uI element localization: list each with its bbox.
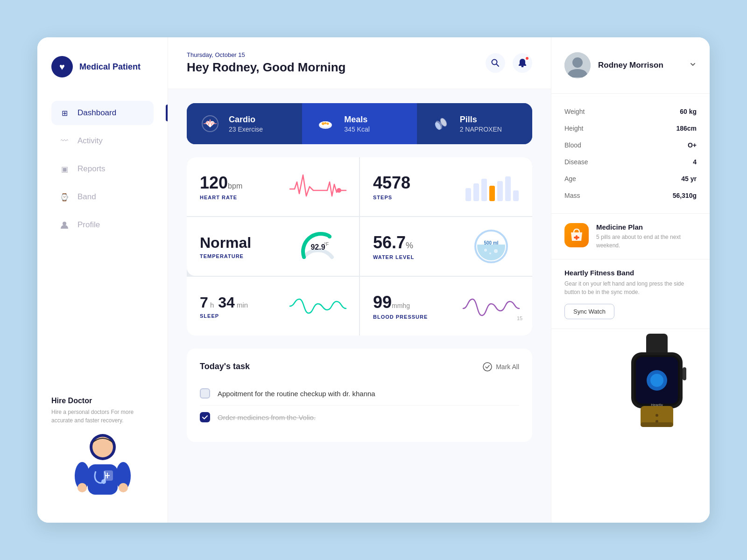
dashboard-icon: ⊞ <box>59 107 70 119</box>
metric-steps: 4578 STEPS <box>360 157 532 216</box>
heart-rate-wave <box>290 170 346 203</box>
metric-value-hr: 120bpm <box>200 173 242 193</box>
search-button[interactable] <box>486 53 505 73</box>
metric-left-bp: 99mmhg BLOOD PRESSURE <box>373 293 428 320</box>
metric-value-sleep: 7 h 34 min <box>200 294 248 311</box>
stat-row-height: Height 186cm <box>564 120 697 137</box>
nav-menu: ⊞ Dashboard 〰 Activity ▣ Reports ⌚ Band … <box>51 101 154 387</box>
stat-row-disease: Disease 4 <box>564 154 697 170</box>
header-greeting: Hey Rodney, Good Morning <box>187 60 345 75</box>
sidebar-item-reports[interactable]: ▣ Reports <box>51 157 154 181</box>
svg-text:92.9: 92.9 <box>310 243 325 251</box>
patient-dropdown[interactable] <box>689 61 697 70</box>
stat-cards: Cardio 23 Exercise <box>187 103 532 144</box>
sidebar-item-activity[interactable]: 〰 Activity <box>51 129 154 153</box>
stat-value-blood: O+ <box>688 141 697 149</box>
metric-temperature: Normal TEMPERATURE 92 <box>187 217 359 276</box>
svg-point-46 <box>572 57 583 68</box>
tasks-title: Today's task <box>200 362 250 371</box>
stat-row-blood: Blood O+ <box>564 137 697 154</box>
svg-point-42 <box>494 249 498 253</box>
notification-badge <box>525 56 529 61</box>
right-panel: Rodney Morrison Weight 60 kg Height 186c… <box>551 37 710 523</box>
pills-icon <box>431 113 451 134</box>
svg-point-25 <box>337 188 341 193</box>
cardio-icon <box>200 113 220 134</box>
fitness-band-title: Heartly Fitness Band <box>564 269 697 277</box>
tasks-card: Today's task Mark All Appoitment for the… <box>187 349 532 442</box>
metric-value-temp: Normal <box>200 234 251 252</box>
svg-point-44 <box>483 363 492 371</box>
metric-label-temp: TEMPERATURE <box>200 253 251 259</box>
stat-card-pills[interactable]: Pills 2 NAPROXEN <box>418 103 532 144</box>
metric-left-sleep: 7 h 34 min SLEEP <box>200 294 248 319</box>
task-checkbox-2[interactable] <box>200 412 210 422</box>
metric-label-steps: STEPS <box>373 195 410 200</box>
nav-label-profile: Profile <box>78 220 100 230</box>
hire-doctor-title: Hire Doctor <box>51 397 154 405</box>
stat-value-age: 45 yr <box>681 175 697 182</box>
stat-card-meals[interactable]: Meals 345 Kcal <box>302 103 416 144</box>
fitness-band-desc: Gear it on your left hand and long press… <box>564 280 697 296</box>
svg-point-8 <box>119 483 128 492</box>
medicine-plan-title: Medicine Plan <box>596 223 697 231</box>
svg-point-20 <box>327 123 329 125</box>
patient-name: Rodney Morrison <box>598 61 663 70</box>
main-content: Thursday, October 15 Hey Rodney, Good Mo… <box>168 37 551 523</box>
sync-watch-button[interactable]: Sync Watch <box>564 304 614 319</box>
tasks-header: Today's task Mark All <box>200 362 519 371</box>
stat-label-blood: Blood <box>564 141 581 149</box>
medicine-plan-section: Medicine Plan 5 pills are about to end a… <box>551 214 710 259</box>
stat-card-cardio[interactable]: Cardio 23 Exercise <box>187 103 301 144</box>
metric-label-water: WATER LEVEL <box>373 254 414 260</box>
sidebar-item-band[interactable]: ⌚ Band <box>51 185 154 209</box>
stat-info-pills: Pills 2 NAPROXEN <box>460 115 502 133</box>
stat-row-age: Age 45 yr <box>564 170 697 187</box>
patient-header: Rodney Morrison <box>551 37 710 94</box>
patient-stats: Weight 60 kg Height 186cm Blood O+ Disea… <box>551 94 710 214</box>
svg-line-13 <box>496 64 499 66</box>
stat-value-weight: 60 kg <box>680 108 697 115</box>
stat-label-height: Height <box>564 125 583 132</box>
metric-blood-pressure: 99mmhg BLOOD PRESSURE 15 <box>360 277 532 336</box>
hire-doctor-section: Hire Doctor Hire a personal doctors For … <box>51 397 154 504</box>
nav-label-reports: Reports <box>78 164 106 174</box>
medicine-plan-icon <box>564 223 589 247</box>
water-circle-visual: 500 ml <box>463 230 519 263</box>
metric-heart-rate: 120bpm HEART RATE <box>187 157 359 216</box>
sidebar-item-profile[interactable]: Profile <box>51 213 154 237</box>
svg-rect-60 <box>641 422 673 427</box>
mark-all-label: Mark All <box>496 363 519 371</box>
header-actions <box>486 53 532 73</box>
notification-button[interactable] <box>513 53 532 73</box>
svg-point-58 <box>655 414 658 417</box>
reports-icon: ▣ <box>59 163 70 175</box>
metric-left-steps: 4578 STEPS <box>373 173 410 200</box>
metric-water: 56.7% WATER LEVEL 500 ml <box>360 217 532 276</box>
stat-value-cardio: 23 Exercise <box>229 126 263 133</box>
medicine-plan-info: Medicine Plan 5 pills are about to end a… <box>596 223 697 250</box>
mark-all-button[interactable]: Mark All <box>483 362 519 371</box>
doctor-illustration <box>51 429 154 504</box>
sidebar-item-dashboard[interactable]: ⊞ Dashboard <box>51 101 154 125</box>
task-checkbox-1[interactable] <box>200 388 210 399</box>
svg-text:15: 15 <box>517 315 522 321</box>
metric-value-steps: 4578 <box>373 173 410 193</box>
svg-point-54 <box>650 374 663 387</box>
stat-row-mass: Mass 56,310g <box>564 187 697 204</box>
app-name: Medical Patient <box>79 62 141 72</box>
svg-point-40 <box>484 249 487 252</box>
page-header: Thursday, October 15 Hey Rodney, Good Mo… <box>168 37 551 89</box>
profile-icon <box>59 219 70 231</box>
content-area: Cardio 23 Exercise <box>168 89 551 523</box>
svg-rect-32 <box>513 190 519 201</box>
stat-info-cardio: Cardio 23 Exercise <box>229 115 263 133</box>
metric-label-bp: BLOOD PRESSURE <box>373 314 428 320</box>
patient-avatar <box>564 52 591 78</box>
svg-point-7 <box>78 483 87 492</box>
stat-value-disease: 4 <box>693 158 697 166</box>
logo-icon: ♥ <box>51 56 73 77</box>
stat-title-pills: Pills <box>460 115 502 125</box>
svg-text:500 ml: 500 ml <box>484 240 498 245</box>
bp-wave-visual: 15 <box>463 290 519 322</box>
